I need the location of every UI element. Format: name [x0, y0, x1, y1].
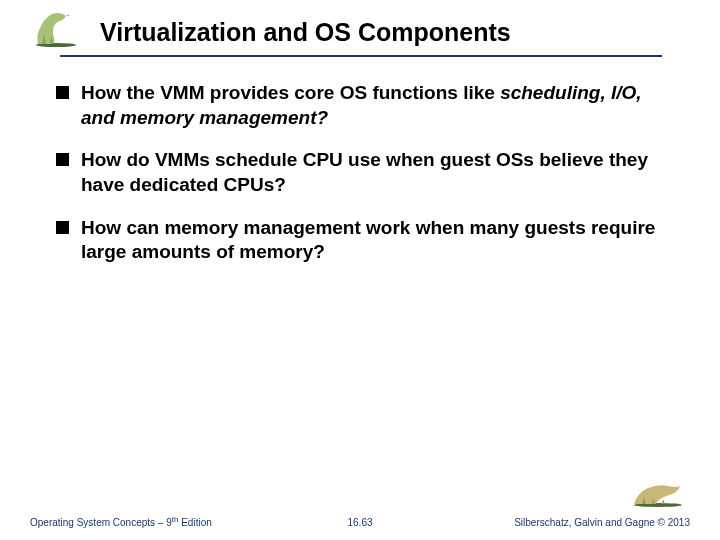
title-underline [60, 55, 662, 57]
bullet-item: How can memory management work when many… [56, 216, 664, 265]
bullet-icon [56, 153, 69, 166]
bullet-item: How do VMMs schedule CPU use when guest … [56, 148, 664, 197]
slide-title: Virtualization and OS Components [30, 18, 690, 55]
bullet-item: How the VMM provides core OS functions l… [56, 81, 664, 130]
footer-text: Operating System Concepts – 9 [30, 517, 172, 528]
bullet-text: How the VMM provides core OS functions l… [81, 81, 664, 130]
slide-number: 16.63 [347, 517, 372, 528]
slide-footer: Operating System Concepts – 9th Edition … [0, 515, 720, 528]
bullet-text-plain: How can memory management work when many… [81, 217, 655, 263]
footer-copyright: Silberschatz, Galvin and Gagne © 2013 [514, 517, 690, 528]
slide-content: How the VMM provides core OS functions l… [0, 57, 720, 265]
bullet-icon [56, 86, 69, 99]
bullet-text-plain: How do VMMs schedule CPU use when guest … [81, 149, 648, 195]
bullet-text: How do VMMs schedule CPU use when guest … [81, 148, 664, 197]
dinosaur-logo-icon [28, 6, 84, 52]
bullet-icon [56, 221, 69, 234]
footer-book-title: Operating System Concepts – 9th Edition [30, 515, 212, 528]
bullet-text-plain: How the VMM provides core OS functions l… [81, 82, 500, 103]
slide-header: Virtualization and OS Components [0, 0, 720, 57]
footer-text: Edition [178, 517, 211, 528]
dinosaur-footer-icon [628, 472, 688, 512]
bullet-text: How can memory management work when many… [81, 216, 664, 265]
